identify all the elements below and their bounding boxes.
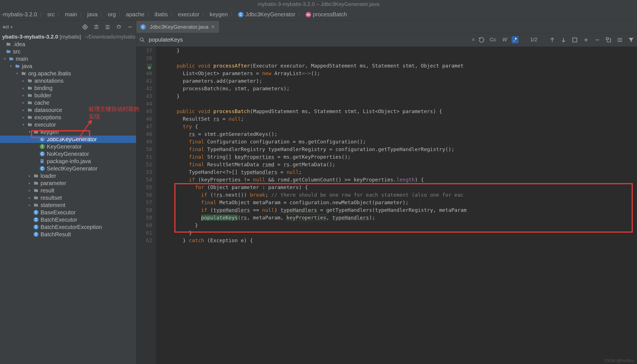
code-line[interactable]: if (!rs.next()) break; // there should b…	[164, 191, 637, 199]
code-line[interactable]: }	[164, 92, 637, 100]
tree-item[interactable]: ▸result	[0, 187, 136, 194]
tree-item[interactable]: ▾executor	[0, 121, 136, 128]
breadcrumb-item[interactable]: -mybatis-3.2.0	[1, 11, 37, 18]
remove-selection-icon[interactable]	[594, 37, 600, 43]
breadcrumb-item[interactable]: mprocessBatch	[306, 11, 347, 18]
tree-arrow-icon[interactable]: ▸	[23, 93, 27, 97]
code-editor[interactable]: 373839●404142434445464748495051525354555…	[136, 47, 637, 364]
words-toggle[interactable]: W	[501, 36, 509, 43]
tree-item[interactable]: ▸statement	[0, 201, 136, 209]
tree-arrow-icon[interactable]: ▸	[23, 86, 27, 90]
prev-match-icon[interactable]	[549, 37, 555, 43]
add-selection-icon[interactable]	[583, 37, 589, 43]
tree-arrow-icon[interactable]: ▾	[29, 130, 33, 134]
tree-item[interactable]: ▸datasource	[0, 106, 136, 114]
code-line[interactable]: processBatch(ms, stmt, parameters);	[164, 85, 637, 92]
tree-arrow-icon[interactable]: ▸	[23, 108, 27, 112]
code-line[interactable]: for (Object parameter : parameters) {	[164, 183, 637, 191]
code-line[interactable]	[164, 54, 637, 62]
code-line[interactable]: ResultSet rs = null;	[164, 115, 637, 123]
code-line[interactable]: rs = stmt.getGeneratedKeys();	[164, 130, 637, 138]
find-input[interactable]	[149, 37, 468, 43]
regex-toggle[interactable]: .*	[512, 36, 518, 43]
tree-item[interactable]: ▸resultset	[0, 194, 136, 201]
tree-arrow-icon[interactable]: ▾	[4, 57, 8, 61]
tree-arrow-icon[interactable]: ▸	[29, 174, 33, 178]
tree-arrow-icon[interactable]: ▾	[23, 123, 27, 127]
breadcrumb-item[interactable]: main	[65, 11, 77, 18]
breadcrumb-item[interactable]: org	[108, 11, 116, 18]
filter-icon[interactable]	[628, 37, 634, 43]
code-line[interactable]: public void processBatch(MappedStatement…	[164, 107, 637, 115]
breadcrumb-item[interactable]: ibatis	[155, 11, 168, 18]
tree-item[interactable]: CSelectKeyGenerator	[0, 165, 136, 172]
minimize-icon[interactable]	[127, 24, 133, 30]
tree-item[interactable]: ▸exceptions	[0, 114, 136, 121]
tree-item[interactable]: ▸cache	[0, 99, 136, 106]
close-icon[interactable]: ✕	[211, 24, 215, 30]
code-line[interactable]: if (typeHandlers == null) typeHandlers =…	[164, 206, 637, 214]
code-line[interactable]: parameters.add(parameter);	[164, 77, 637, 85]
tree-item[interactable]: ▾org.apache.ibatis	[0, 70, 136, 77]
code-line[interactable]: final TypeHandlerRegistry typeHandlerReg…	[164, 145, 637, 153]
tree-item[interactable]: IKeyGenerator	[0, 143, 136, 150]
tree-item[interactable]: package-info.java	[0, 158, 136, 165]
gear-icon[interactable]	[116, 24, 122, 30]
project-root[interactable]: ybatis-3-mybatis-3.2.0 [mybatis] ~/Downl…	[0, 33, 136, 41]
code-line[interactable]: final MetaObject metaParam = configurati…	[164, 199, 637, 206]
code-line[interactable]	[164, 100, 637, 107]
code-line[interactable]: final String[] keyProperties = ms.getKey…	[164, 153, 637, 161]
tree-arrow-icon[interactable]: ▸	[29, 196, 33, 200]
collapse-icon[interactable]	[104, 24, 111, 30]
breadcrumb-item[interactable]: executor	[178, 11, 200, 18]
code-line[interactable]: final ResultSetMetaData rsmd = rs.getMet…	[164, 161, 637, 168]
tree-item[interactable]: src	[0, 48, 136, 55]
select-occurrences-icon[interactable]	[605, 37, 612, 43]
target-icon[interactable]	[82, 24, 88, 30]
breadcrumb-item[interactable]: apache	[126, 11, 144, 18]
tree-item[interactable]: ▸binding	[0, 84, 136, 92]
tree-arrow-icon[interactable]: ▸	[29, 181, 33, 185]
tree-item[interactable]: CNoKeyGenerator	[0, 150, 136, 158]
tree-item[interactable]: ▸builder	[0, 92, 136, 99]
tree-item[interactable]: ▸parameter	[0, 179, 136, 187]
tree-arrow-icon[interactable]: ▸	[23, 79, 27, 83]
code-line[interactable]: }	[164, 229, 637, 237]
code-line[interactable]: try {	[164, 123, 637, 130]
code-line[interactable]: public void processAfter(Executor execut…	[164, 62, 637, 69]
select-all-icon[interactable]	[572, 37, 578, 43]
code-line[interactable]: final Configuration configuration = ms.g…	[164, 138, 637, 145]
breadcrumb-item[interactable]: src	[47, 11, 55, 18]
tree-item[interactable]: CJdbc3KeyGenerator	[0, 136, 136, 143]
editor-tab[interactable]: C Jdbc3KeyGenerator.java ✕	[136, 21, 219, 33]
expand-icon[interactable]	[93, 24, 99, 30]
tree-item[interactable]: ▾main	[0, 55, 136, 62]
tree-item[interactable]: CBaseExecutor	[0, 209, 136, 216]
chevron-down-icon[interactable]: ▾	[10, 24, 13, 30]
breadcrumb-item[interactable]: keygen	[210, 11, 228, 18]
breadcrumb-item[interactable]: CJdbc3KeyGenerator	[238, 11, 295, 18]
code-line[interactable]: populateKeys(rs, metaParam, keyPropertie…	[164, 214, 637, 221]
tree-item[interactable]: ▸annotations	[0, 77, 136, 84]
tree-arrow-icon[interactable]: ▾	[16, 71, 21, 75]
tree-arrow-icon[interactable]: ▸	[29, 188, 33, 192]
more-options-icon[interactable]	[617, 37, 623, 43]
code-line[interactable]: }	[164, 221, 637, 229]
match-case-toggle[interactable]: Cc	[488, 36, 498, 43]
code-line[interactable]: if (keyProperties != null && rsmd.getCol…	[164, 176, 637, 183]
tree-item[interactable]: ▸loader	[0, 172, 136, 179]
tree-item[interactable]: ▾keygen	[0, 128, 136, 136]
tree-item[interactable]: CBatchResult	[0, 231, 136, 238]
tree-item[interactable]: .idea	[0, 41, 136, 48]
code-line[interactable]: }	[164, 47, 637, 54]
sidebar-view-selector[interactable]: ect	[3, 24, 9, 30]
tree-arrow-icon[interactable]: ▾	[10, 64, 15, 68]
code-line[interactable]: List<Object> parameters = new ArrayList<…	[164, 69, 637, 77]
history-icon[interactable]	[478, 37, 485, 43]
tree-item[interactable]: CBatchExecutor	[0, 216, 136, 223]
clear-icon[interactable]: ✕	[471, 37, 475, 42]
code-line[interactable]: TypeHandler<?>[] typeHandlers = null;	[164, 168, 637, 176]
tree-arrow-icon[interactable]: ▸	[23, 115, 27, 119]
tree-arrow-icon[interactable]: ▸	[23, 101, 27, 105]
tree-item[interactable]: CBatchExecutorException	[0, 223, 136, 231]
